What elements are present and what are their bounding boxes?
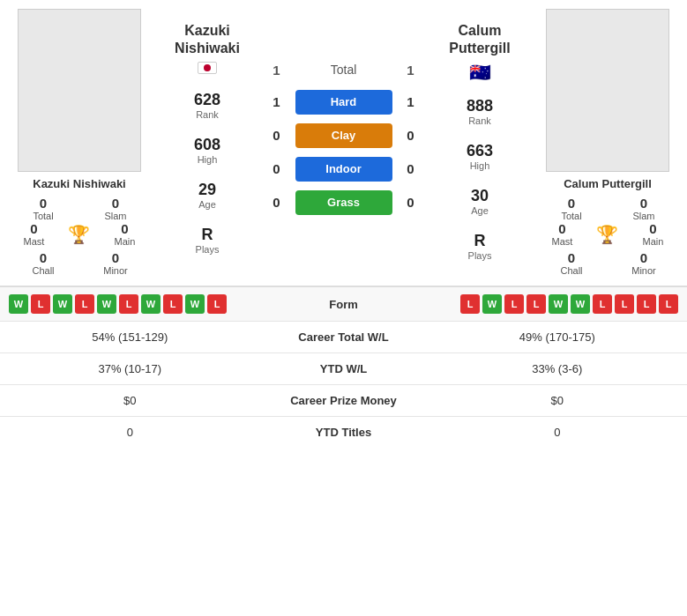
player1-main-cell: 0 Main xyxy=(115,221,136,247)
player2-slam-label: Slam xyxy=(632,211,654,221)
player1-slam-cell: 0 Slam xyxy=(84,196,147,221)
form-label: Form xyxy=(329,298,358,311)
player1-total-cell: 0 Total xyxy=(11,196,75,221)
player2-slam-cell: 0 Slam xyxy=(612,196,676,221)
p2-age-block: 30 Age xyxy=(471,187,489,216)
indoor-badge: Indoor xyxy=(295,157,392,182)
player2-main-value: 0 xyxy=(649,221,656,236)
hard-row: 1 Hard 1 xyxy=(260,90,427,115)
total-label: Total xyxy=(295,63,392,77)
player1-chall-label: Chall xyxy=(32,265,54,276)
player1-minor-value: 0 xyxy=(112,250,119,265)
stat-p2-1: 33% (3-6) xyxy=(441,362,675,375)
clay-p2: 0 xyxy=(398,128,424,143)
player2-photo xyxy=(546,9,669,172)
form-badge: W xyxy=(141,294,161,314)
court-section: 1 Total 1 1 Hard 1 0 Clay 0 0 xyxy=(260,9,427,277)
p1-high-value: 608 xyxy=(194,136,220,154)
form-badge: L xyxy=(75,294,94,314)
player2-main-label: Main xyxy=(643,236,664,247)
clay-row: 0 Clay 0 xyxy=(260,123,427,148)
stats-row: 54% (151-129)Career Total W/L49% (170-17… xyxy=(0,321,687,353)
player2-minor-label: Minor xyxy=(631,265,656,276)
hard-p2: 1 xyxy=(398,94,424,109)
form-badge: W xyxy=(482,294,502,314)
form-badge: L xyxy=(593,294,612,314)
player2-minor-cell: 0 Minor xyxy=(612,250,676,276)
p2-rank-label: Rank xyxy=(467,115,493,126)
player2-mast-cell: 0 Mast xyxy=(552,221,573,247)
p2-name-line1: Calum xyxy=(459,23,502,39)
stat-label-3: YTD Titles xyxy=(247,426,441,439)
p1-plays-block: R Plays xyxy=(196,226,220,255)
player2-total-value: 0 xyxy=(568,196,575,211)
player2-minor-value: 0 xyxy=(640,250,647,265)
stat-p1-2: $0 xyxy=(13,394,247,407)
indoor-p2: 0 xyxy=(398,161,424,176)
p1-age-label: Age xyxy=(198,199,216,210)
p1-plays-value: R xyxy=(196,226,220,244)
player2-main-cell: 0 Main xyxy=(643,221,664,247)
form-badge: W xyxy=(185,294,205,314)
form-badge: W xyxy=(9,294,28,314)
p1-high-label: High xyxy=(194,154,220,165)
player2-total-cell: 0 Total xyxy=(540,196,603,221)
p2-rank-value: 888 xyxy=(467,97,493,115)
p1-rank-block: 628 Rank xyxy=(194,91,220,120)
stat-label-1: YTD W/L xyxy=(247,362,441,375)
player2-chall-cell: 0 Chall xyxy=(540,250,603,276)
player1-minor-label: Minor xyxy=(103,265,128,276)
player1-total-label: Total xyxy=(33,211,53,221)
p2-high-value: 663 xyxy=(467,142,493,160)
stats-rows: 54% (151-129)Career Total W/L49% (170-17… xyxy=(0,321,687,448)
player2-form-badges: LWLLWWLLLL xyxy=(460,294,678,314)
player1-mast-value: 0 xyxy=(30,221,37,236)
p1-plays-label: Plays xyxy=(196,244,220,255)
player2-bottom-stats: 0 Chall 0 Minor xyxy=(533,250,683,276)
player2-trophy-row: 0 Mast 🏆 0 Main xyxy=(533,221,683,247)
stat-p2-3: 0 xyxy=(441,426,675,439)
stat-p2-0: 49% (170-175) xyxy=(441,330,675,344)
player1-card: Kazuki Nishiwaki 0 Total 0 Slam 0 Mast 🏆 xyxy=(4,9,154,277)
form-badge: L xyxy=(31,294,50,314)
stat-p2-2: $0 xyxy=(441,394,675,407)
player1-stats: 0 Total 0 Slam xyxy=(4,196,154,221)
total-score-p1: 1 xyxy=(264,63,290,78)
grass-p1: 0 xyxy=(264,195,290,210)
form-badge: L xyxy=(615,294,634,314)
p2-flag: 🇦🇺 xyxy=(469,62,491,83)
player1-slam-value: 0 xyxy=(112,196,119,211)
grass-badge: Grass xyxy=(295,190,392,215)
player1-form-badges: WLWLWLWLWL xyxy=(9,294,227,314)
form-badge: L xyxy=(659,294,678,314)
p1-header: Kazuki Nishiwaki xyxy=(175,18,240,80)
player1-minor-cell: 0 Minor xyxy=(84,250,147,276)
indoor-row: 0 Indoor 0 xyxy=(260,157,427,182)
p1-flag xyxy=(198,62,217,77)
player1-mast-cell: 0 Mast xyxy=(24,221,45,247)
stat-label-2: Career Prize Money xyxy=(247,394,441,407)
player2-chall-value: 0 xyxy=(568,250,575,265)
player2-stats: 0 Total 0 Slam xyxy=(533,196,683,221)
player1-chall-value: 0 xyxy=(40,250,47,265)
player2-mast-value: 0 xyxy=(558,221,565,236)
clay-p1: 0 xyxy=(264,128,290,143)
player1-bottom-stats: 0 Chall 0 Minor xyxy=(4,250,154,276)
p1-rank-value: 628 xyxy=(194,91,220,109)
grass-row: 0 Grass 0 xyxy=(260,190,427,215)
player1-chall-cell: 0 Chall xyxy=(11,250,75,276)
player1-slam-label: Slam xyxy=(104,211,126,221)
form-badge: L xyxy=(119,294,138,314)
player2-slam-value: 0 xyxy=(640,196,647,211)
form-badge: W xyxy=(53,294,72,314)
player1-total-value: 0 xyxy=(40,196,47,211)
p2-plays-value: R xyxy=(468,232,492,250)
indoor-p1: 0 xyxy=(264,161,290,176)
p1-name-line2: Nishiwaki xyxy=(175,41,240,56)
p1-age-block: 29 Age xyxy=(198,181,216,210)
form-badge: W xyxy=(571,294,590,314)
player1-main-value: 0 xyxy=(121,221,128,236)
form-badge: L xyxy=(526,294,546,314)
p1-rank-label: Rank xyxy=(194,109,220,120)
player1-photo xyxy=(18,9,141,172)
